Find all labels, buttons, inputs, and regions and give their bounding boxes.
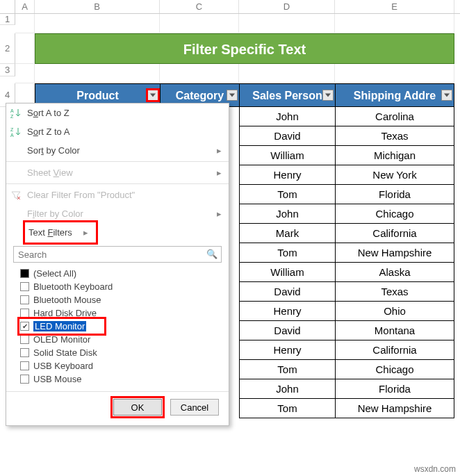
cell-person[interactable]: John [239, 107, 335, 126]
cell-addr[interactable]: California [335, 224, 454, 243]
cell-addr[interactable]: Ohio [335, 302, 454, 321]
row-header-1[interactable]: 1 [0, 14, 15, 25]
cell-addr[interactable]: Chicago [335, 360, 454, 379]
table-row: WilliamAlaska [239, 263, 460, 282]
filter-check-list: (Select All) Bluetooth Keyboard Bluetoot… [20, 267, 222, 386]
table-row: HenryCalifornia [239, 340, 460, 360]
filter-button-product[interactable] [147, 90, 158, 101]
menu-sort-color[interactable]: Sort by Color [6, 141, 229, 160]
table-row: TomNew Hampshire [239, 399, 460, 418]
cell-person[interactable]: David [239, 126, 335, 146]
col-header-C[interactable]: C [160, 0, 239, 13]
svg-text:Z: Z [10, 127, 14, 132]
filter-search-input[interactable] [13, 246, 222, 263]
page-title: Filter Specific Text [35, 33, 454, 64]
column-header-row: A B C D E [0, 0, 460, 14]
cell-addr[interactable]: Montana [335, 321, 454, 340]
sort-za-icon: ZA [10, 126, 22, 138]
menu-text-filters[interactable]: Text Filters [26, 223, 95, 242]
table-row: TomNew Hampshire [239, 243, 460, 263]
filter-search[interactable]: 🔍 [13, 246, 222, 263]
cell-person[interactable]: Mark [239, 224, 335, 243]
cell-person[interactable]: William [239, 146, 335, 165]
select-all-corner[interactable] [0, 0, 15, 13]
th-person-label: Sales Person [252, 90, 322, 101]
th-person: Sales Person [239, 83, 335, 107]
table-row: DavidMontana [239, 321, 460, 340]
th-product-label: Product [76, 90, 118, 101]
row-header-2[interactable]: 2 [0, 33, 15, 64]
cell-person[interactable]: David [239, 282, 335, 302]
col-header-D[interactable]: D [239, 0, 335, 13]
table-row: TomFlorida [239, 185, 460, 204]
cell-addr[interactable]: Florida [335, 379, 454, 399]
menu-clear-filter: Clear Filter From "Product" [6, 186, 229, 204]
clear-filter-icon [10, 190, 22, 201]
cell-addr[interactable]: Florida [335, 185, 454, 204]
cell-addr[interactable]: Texas [335, 282, 454, 302]
cell-person[interactable]: Henry [239, 302, 335, 321]
check-item[interactable]: Bluetooth Mouse [20, 293, 222, 306]
cell-addr[interactable]: New Hampshire [335, 243, 454, 263]
col-header-A[interactable]: A [15, 0, 35, 13]
table-row: JohnCarolina [239, 107, 460, 126]
cell-person[interactable]: David [239, 321, 335, 340]
check-item[interactable]: USB Keyboard [20, 359, 222, 372]
cell-addr[interactable]: Texas [335, 126, 454, 146]
check-item[interactable]: Solid State Disk [20, 346, 222, 359]
table-row: JohnChicago [239, 204, 460, 224]
cell-person[interactable]: Tom [239, 399, 335, 418]
filter-menu: AZ Sort A to Z ZA Sort Z to A Sort by Co… [6, 103, 229, 426]
menu-filter-color: Filter by Color [6, 204, 229, 223]
th-category-label: Category [176, 90, 224, 101]
th-addr: Shipping Addre [335, 83, 454, 107]
table-row: JohnFlorida [239, 379, 460, 399]
filter-button-addr[interactable] [441, 90, 452, 101]
cell-addr[interactable]: New York [335, 165, 454, 185]
menu-sort-za[interactable]: ZA Sort Z to A [6, 122, 229, 141]
sort-az-icon: AZ [10, 108, 22, 119]
check-item[interactable]: OLED Monitor [20, 333, 222, 346]
check-select-all[interactable]: (Select All) [20, 267, 222, 280]
col-header-E[interactable]: E [335, 0, 454, 13]
table-row: HenryNew York [239, 165, 460, 185]
cell-addr[interactable]: Carolina [335, 107, 454, 126]
cell-person[interactable]: William [239, 263, 335, 282]
filter-button-category[interactable] [227, 90, 238, 101]
search-icon: 🔍 [206, 249, 217, 259]
check-led-monitor[interactable]: ✔LED Monitor [20, 320, 104, 333]
svg-text:A: A [10, 108, 14, 113]
cell-addr[interactable]: Michigan [335, 146, 454, 165]
svg-text:Z: Z [10, 114, 14, 119]
cancel-button[interactable]: Cancel [170, 399, 219, 416]
cell-addr[interactable]: Chicago [335, 204, 454, 224]
filter-button-person[interactable] [322, 90, 334, 101]
table-row: DavidTexas [239, 282, 460, 302]
cell-addr[interactable]: California [335, 340, 454, 360]
menu-sheet-view: Sheet View [6, 163, 229, 182]
table-row: WilliamMichigan [239, 146, 460, 165]
table-row: MarkCalifornia [239, 224, 460, 243]
cell-person[interactable]: Henry [239, 340, 335, 360]
cell-person[interactable]: Tom [239, 185, 335, 204]
check-item[interactable]: USB Mouse [20, 372, 222, 386]
check-item[interactable]: Bluetooth Keyboard [20, 280, 222, 293]
col-header-B[interactable]: B [35, 0, 160, 13]
row-header-3[interactable]: 3 [0, 64, 15, 76]
ok-button[interactable]: OK [113, 399, 162, 416]
check-item[interactable]: Hard Disk Drive [20, 306, 222, 320]
cell-person[interactable]: John [239, 204, 335, 224]
svg-text:A: A [10, 133, 14, 138]
cell-person[interactable]: Tom [239, 243, 335, 263]
cell-addr[interactable]: Alaska [335, 263, 454, 282]
th-addr-label: Shipping Addre [354, 90, 436, 101]
table-row: TomChicago [239, 360, 460, 379]
cell-addr[interactable]: New Hampshire [335, 399, 454, 418]
table-row: DavidTexas [239, 126, 460, 146]
cell-person[interactable]: Henry [239, 165, 335, 185]
cell-person[interactable]: John [239, 379, 335, 399]
cell-person[interactable]: Tom [239, 360, 335, 379]
watermark: wsxdn.com [414, 464, 456, 474]
menu-sort-az[interactable]: AZ Sort A to Z [6, 104, 229, 122]
table-row: HenryOhio [239, 302, 460, 321]
